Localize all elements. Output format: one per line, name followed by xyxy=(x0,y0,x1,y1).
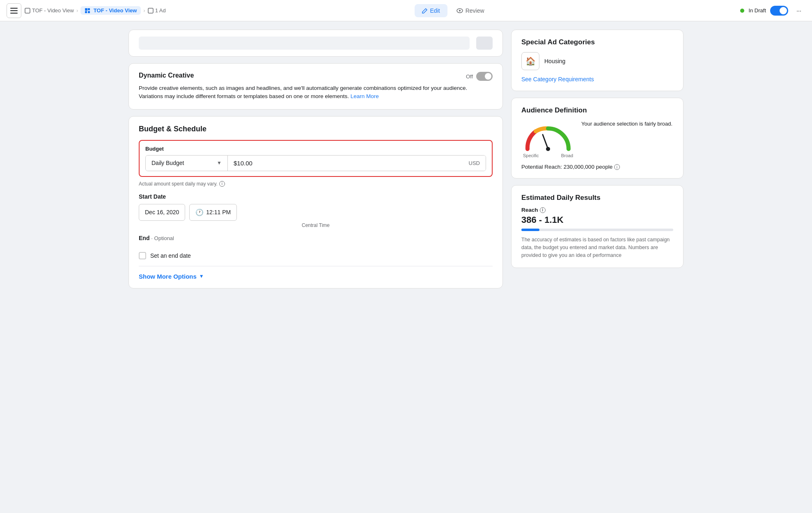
status-toggle[interactable] xyxy=(770,6,788,16)
dc-toggle-area: Off xyxy=(466,72,493,81)
breadcrumb-item-3[interactable]: 1 Ad xyxy=(148,7,166,14)
breadcrumb-sep-1: › xyxy=(76,7,78,14)
dc-header: Dynamic Creative Off xyxy=(139,72,493,81)
budget-info-icon[interactable]: i xyxy=(219,181,225,187)
show-more-button[interactable]: Show More Options ▼ xyxy=(139,273,204,280)
end-row: End · Optional xyxy=(139,235,493,245)
svg-rect-2 xyxy=(10,13,18,14)
breadcrumb: TOF - Video View › TOF - Video View › 1 … xyxy=(25,6,166,15)
svg-rect-7 xyxy=(88,11,90,13)
end-date-row: Set an end date xyxy=(139,252,493,259)
budget-schedule-card: Budget & Schedule Budget Daily Budget ▼ … xyxy=(128,116,503,289)
reach-bar-track xyxy=(521,229,673,231)
truncated-card xyxy=(128,30,503,57)
estimated-results-card: Estimated Daily Results Reach i 386 - 1.… xyxy=(511,185,684,268)
budget-amount-input[interactable]: $10.00 USD xyxy=(228,156,486,171)
right-column: Special Ad Categories 🏠 Housing See Cate… xyxy=(511,30,684,289)
end-date-text: Set an end date xyxy=(150,252,191,259)
nav-right: In Draft ··· xyxy=(740,4,805,17)
breadcrumb-item-2[interactable]: TOF - Video View xyxy=(80,6,141,15)
clock-icon: 🕐 xyxy=(195,208,204,216)
results-note: The accuracy of estimates is based on fa… xyxy=(521,236,673,259)
audience-definition-title: Audience Definition xyxy=(521,106,673,115)
nav-left: TOF - Video View › TOF - Video View › 1 … xyxy=(7,3,166,18)
breadcrumb-item-1[interactable]: TOF - Video View xyxy=(25,7,74,14)
section-divider xyxy=(139,266,493,266)
dc-title: Dynamic Creative xyxy=(139,72,194,79)
svg-rect-8 xyxy=(148,8,153,13)
housing-icon: 🏠 xyxy=(521,52,539,70)
svg-rect-3 xyxy=(25,8,30,13)
end-label: End · Optional xyxy=(139,235,174,241)
start-date-input[interactable]: Dec 16, 2020 xyxy=(139,204,185,221)
date-row: Dec 16, 2020 🕐 12:11 PM xyxy=(139,204,493,221)
status-dot xyxy=(740,9,744,13)
reach-bar-fill xyxy=(521,229,539,231)
status-label: In Draft xyxy=(748,7,766,14)
main-layout: Dynamic Creative Off Provide creative el… xyxy=(119,21,693,297)
category-item: 🏠 Housing xyxy=(521,52,673,70)
tab-review[interactable]: Review xyxy=(449,4,492,17)
breadcrumb-sep-2: › xyxy=(143,7,145,14)
timezone-label: Central Time xyxy=(139,222,493,228)
budget-label: Budget xyxy=(145,146,486,152)
category-name: Housing xyxy=(544,58,565,64)
budget-type-value: Daily Budget xyxy=(151,160,213,166)
start-time-input[interactable]: 🕐 12:11 PM xyxy=(189,204,237,221)
truncated-bar xyxy=(139,37,470,50)
svg-rect-0 xyxy=(10,8,18,9)
svg-rect-6 xyxy=(85,11,87,13)
svg-rect-1 xyxy=(10,10,18,11)
end-optional: · Optional xyxy=(151,235,174,241)
svg-point-12 xyxy=(546,147,550,151)
tab-edit[interactable]: Edit xyxy=(415,4,447,17)
dc-body: Provide creative elements, such as image… xyxy=(139,84,493,101)
svg-rect-5 xyxy=(88,8,90,10)
budget-section-title: Budget & Schedule xyxy=(139,125,493,133)
reach-label: Reach i xyxy=(521,207,673,213)
more-options-button[interactable]: ··· xyxy=(792,4,805,17)
sidebar-toggle-button[interactable] xyxy=(7,3,21,18)
left-column: Dynamic Creative Off Provide creative el… xyxy=(128,30,503,289)
svg-line-11 xyxy=(543,135,548,149)
budget-type-select[interactable]: Daily Budget ▼ xyxy=(146,156,228,171)
results-title: Estimated Daily Results xyxy=(521,194,673,202)
nav-tabs: Edit Review xyxy=(415,4,492,17)
reach-info-icon[interactable]: i xyxy=(614,164,620,170)
dc-toggle[interactable] xyxy=(476,72,493,81)
gauge-chart: Specific Broad xyxy=(521,120,575,158)
gauge-container: Specific Broad Your audience selection i… xyxy=(521,120,673,158)
reach-label-info-icon[interactable]: i xyxy=(540,207,546,213)
budget-input-row: Daily Budget ▼ $10.00 USD xyxy=(145,155,486,171)
budget-currency: USD xyxy=(469,160,480,166)
budget-note: Actual amount spent daily may vary. i xyxy=(139,181,493,187)
budget-box: Budget Daily Budget ▼ $10.00 USD xyxy=(139,140,493,177)
truncated-button[interactable] xyxy=(476,37,493,50)
dynamic-creative-card: Dynamic Creative Off Provide creative el… xyxy=(128,63,503,110)
dc-toggle-label: Off xyxy=(466,73,473,80)
svg-rect-4 xyxy=(85,8,87,11)
gauge-labels: Specific Broad xyxy=(521,153,575,158)
see-requirements-link[interactable]: See Category Requirements xyxy=(521,76,594,82)
budget-select-arrow-icon: ▼ xyxy=(217,160,222,166)
special-ad-categories-title: Special Ad Categories xyxy=(521,38,673,46)
end-date-checkbox[interactable] xyxy=(139,252,146,259)
svg-point-10 xyxy=(459,10,461,11)
reach-value: 386 - 1.1K xyxy=(521,215,673,225)
start-date-label: Start Date xyxy=(139,193,493,200)
special-ad-categories-card: Special Ad Categories 🏠 Housing See Cate… xyxy=(511,30,684,91)
learn-more-link[interactable]: Learn More xyxy=(351,93,379,99)
potential-reach: Potential Reach: 230,000,000 people i xyxy=(521,164,673,170)
audience-definition-card: Audience Definition xyxy=(511,98,684,179)
show-more-arrow-icon: ▼ xyxy=(199,273,204,279)
gauge-description: Your audience selection is fairly broad. xyxy=(581,120,672,128)
top-nav: TOF - Video View › TOF - Video View › 1 … xyxy=(0,0,812,21)
